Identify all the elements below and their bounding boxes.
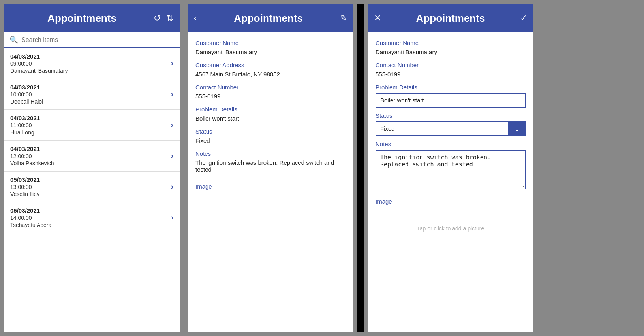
list-item-time: 09:00:00 [10, 60, 68, 67]
list-header-right: ↺ ⇅ [154, 14, 173, 23]
appointments-list-panel: Appointments ↺ ⇅ 🔍 04/03/2021 09:00:00 D… [4, 4, 180, 332]
edit-panel-title: Appointments [381, 12, 520, 25]
list-item-name: Hua Long [10, 129, 40, 136]
customer-address-label: Customer Address [195, 62, 345, 68]
edit-notes-label: Notes [376, 141, 526, 147]
close-icon[interactable]: ✕ [374, 14, 381, 23]
edit-image-link[interactable]: Image [376, 198, 526, 205]
list-item-info: 04/03/2021 09:00:00 Damayanti Basumatary [10, 53, 68, 74]
list-item[interactable]: 04/03/2021 09:00:00 Damayanti Basumatary… [4, 48, 180, 79]
list-item-name: Deepali Haloi [10, 98, 43, 105]
list-item-info: 05/03/2021 14:00:00 Tsehayetu Abera [10, 207, 51, 228]
edit-panel-header: ✕ Appointments ✓ [368, 4, 533, 32]
list-panel-header: Appointments ↺ ⇅ [4, 4, 180, 32]
edit-notes-group: Notes [376, 141, 526, 189]
status-label: Status [195, 128, 345, 135]
notes-label: Notes [195, 150, 345, 157]
problem-details-value: Boiler won't start [195, 115, 345, 122]
customer-name-value: Damayanti Basumatary [195, 49, 345, 55]
problem-details-group: Problem Details Boiler won't start [195, 106, 345, 123]
edit-customer-name-value: Damayanti Basumatary [376, 49, 526, 55]
detail-content: Customer Name Damayanti Basumatary Custo… [188, 32, 353, 332]
detail-header-left: ‹ [194, 14, 197, 23]
list-item-date: 05/03/2021 [10, 176, 40, 183]
edit-status-group: Status FixedPendingIn ProgressCancelled … [376, 112, 526, 136]
edit-notes-textarea[interactable] [376, 150, 526, 189]
list-item-time: 14:00:00 [10, 215, 51, 221]
contact-number-group: Contact Number 555-0199 [195, 84, 345, 101]
notes-value: The ignition switch was broken. Replaced… [195, 159, 345, 173]
appointments-list: 04/03/2021 09:00:00 Damayanti Basumatary… [4, 48, 180, 332]
edit-customer-name-group: Customer Name Damayanti Basumatary [376, 40, 526, 57]
status-value: Fixed [195, 137, 345, 144]
customer-address-value: 4567 Main St Buffalo, NY 98052 [195, 71, 345, 77]
edit-header-left: ✕ [374, 14, 381, 23]
list-item-time: 12:00:00 [10, 153, 54, 159]
edit-customer-name-label: Customer Name [376, 40, 526, 46]
list-item[interactable]: 04/03/2021 10:00:00 Deepali Haloi › [4, 79, 180, 110]
image-placeholder-text[interactable]: Tap or click to add a picture [376, 217, 526, 240]
edit-contact-number-group: Contact Number 555-0199 [376, 62, 526, 79]
panel-divider [357, 4, 364, 332]
list-item-chevron-icon: › [171, 213, 173, 222]
list-item-name: Veselin Iliev [10, 191, 40, 197]
contact-number-label: Contact Number [195, 84, 345, 91]
notes-group: Notes The ignition switch was broken. Re… [195, 150, 345, 174]
edit-status-label: Status [376, 112, 526, 119]
list-item-date: 04/03/2021 [10, 145, 54, 152]
list-item-time: 13:00:00 [10, 184, 40, 190]
edit-contact-number-label: Contact Number [376, 62, 526, 68]
list-item-info: 04/03/2021 11:00:00 Hua Long [10, 115, 40, 136]
list-item-chevron-icon: › [171, 90, 173, 98]
customer-address-group: Customer Address 4567 Main St Buffalo, N… [195, 62, 345, 79]
list-item[interactable]: 04/03/2021 11:00:00 Hua Long › [4, 110, 180, 141]
problem-details-label: Problem Details [195, 106, 345, 113]
check-icon[interactable]: ✓ [520, 14, 527, 23]
edit-problem-details-input[interactable] [376, 93, 526, 108]
detail-panel-title: Appointments [197, 12, 340, 25]
list-item-name: Damayanti Basumatary [10, 68, 68, 74]
list-item-info: 05/03/2021 13:00:00 Veselin Iliev [10, 176, 40, 197]
contact-number-value: 555-0199 [195, 93, 345, 100]
edit-contact-number-value: 555-0199 [376, 71, 526, 77]
edit-header-right: ✓ [520, 14, 527, 23]
search-input[interactable] [21, 36, 174, 43]
list-item-name: Tsehayetu Abera [10, 222, 51, 228]
back-icon[interactable]: ‹ [194, 14, 197, 23]
edit-content: Customer Name Damayanti Basumatary Conta… [368, 32, 533, 332]
edit-problem-details-label: Problem Details [376, 84, 526, 91]
sort-icon[interactable]: ⇅ [166, 14, 173, 23]
customer-name-label: Customer Name [195, 40, 345, 46]
list-item-time: 11:00:00 [10, 122, 40, 128]
list-item[interactable]: 04/03/2021 12:00:00 Volha Pashkevich › [4, 141, 180, 172]
list-item-date: 04/03/2021 [10, 84, 43, 91]
status-group: Status Fixed [195, 128, 345, 145]
list-item-chevron-icon: › [171, 59, 173, 68]
list-item-time: 10:00:00 [10, 91, 43, 98]
list-item-name: Volha Pashkevich [10, 160, 54, 166]
appointments-edit-panel: ✕ Appointments ✓ Customer Name Damayanti… [368, 4, 533, 332]
customer-name-group: Customer Name Damayanti Basumatary [195, 40, 345, 57]
list-item-info: 04/03/2021 10:00:00 Deepali Haloi [10, 84, 43, 105]
edit-problem-details-group: Problem Details [376, 84, 526, 108]
list-item-chevron-icon: › [171, 183, 173, 191]
list-item[interactable]: 05/03/2021 13:00:00 Veselin Iliev › [4, 172, 180, 202]
search-bar: 🔍 [4, 32, 180, 48]
list-item[interactable]: 05/03/2021 14:00:00 Tsehayetu Abera › [4, 202, 180, 233]
list-item-info: 04/03/2021 12:00:00 Volha Pashkevich [10, 145, 54, 166]
list-item-date: 05/03/2021 [10, 207, 51, 214]
list-item-chevron-icon: › [171, 121, 173, 129]
list-item-chevron-icon: › [171, 152, 173, 160]
refresh-icon[interactable]: ↺ [154, 14, 161, 23]
edit-status-select[interactable]: FixedPendingIn ProgressCancelled [376, 121, 526, 136]
detail-panel-header: ‹ Appointments ✎ [188, 4, 353, 32]
list-panel-title: Appointments [10, 12, 154, 25]
search-icon: 🔍 [9, 36, 18, 44]
appointments-detail-panel: ‹ Appointments ✎ Customer Name Damayanti… [188, 4, 353, 332]
edit-status-wrapper: FixedPendingIn ProgressCancelled ⌄ [376, 121, 526, 136]
list-item-date: 04/03/2021 [10, 53, 68, 60]
edit-icon[interactable]: ✎ [340, 14, 347, 23]
detail-header-right: ✎ [340, 14, 347, 23]
list-item-date: 04/03/2021 [10, 115, 40, 121]
image-link[interactable]: Image [195, 183, 345, 190]
